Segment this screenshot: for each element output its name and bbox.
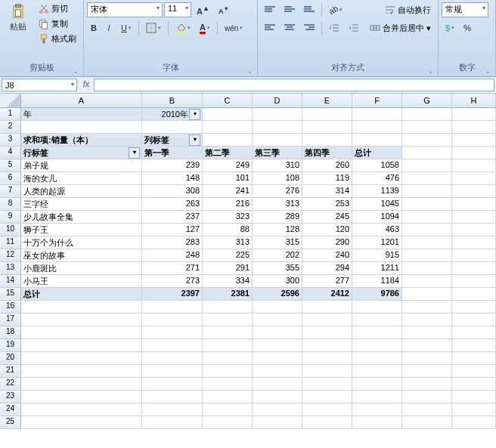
- cell[interactable]: [302, 378, 352, 391]
- cell[interactable]: [452, 326, 496, 339]
- cell[interactable]: [302, 416, 352, 429]
- cell[interactable]: [352, 301, 402, 314]
- italic-button[interactable]: I: [102, 20, 116, 36]
- cell[interactable]: [253, 352, 302, 365]
- cell[interactable]: 2381: [203, 288, 253, 301]
- row-header[interactable]: 17: [0, 314, 21, 326]
- cell[interactable]: 狮子王: [21, 224, 142, 236]
- cell[interactable]: [253, 326, 302, 339]
- cell[interactable]: [253, 121, 302, 134]
- cell[interactable]: 476: [352, 172, 402, 185]
- col-header[interactable]: H: [452, 94, 496, 107]
- row-header[interactable]: 11: [0, 236, 21, 249]
- cell[interactable]: [253, 314, 302, 326]
- cell[interactable]: [452, 416, 496, 429]
- align-middle-button[interactable]: [281, 2, 299, 17]
- cell[interactable]: 245: [302, 211, 352, 224]
- cell[interactable]: [203, 339, 253, 352]
- row-header[interactable]: 8: [0, 198, 21, 211]
- cell[interactable]: [452, 339, 496, 352]
- cell[interactable]: [203, 352, 253, 365]
- cell[interactable]: [203, 326, 253, 339]
- cell[interactable]: 308: [142, 185, 203, 198]
- row-header[interactable]: 19: [0, 339, 21, 352]
- merge-center-button[interactable]: 合并后居中▾: [366, 21, 435, 36]
- cell[interactable]: [302, 301, 352, 314]
- cell[interactable]: [302, 314, 352, 326]
- cell[interactable]: [352, 416, 402, 429]
- row-header[interactable]: 3: [0, 134, 21, 147]
- col-header[interactable]: F: [352, 94, 402, 107]
- cell[interactable]: [253, 301, 302, 314]
- cell[interactable]: 915: [352, 249, 402, 262]
- cell[interactable]: [402, 108, 452, 121]
- cell[interactable]: [253, 391, 302, 403]
- cell[interactable]: [302, 108, 352, 121]
- cell[interactable]: [21, 339, 142, 352]
- cell[interactable]: 334: [203, 275, 253, 288]
- cell[interactable]: [452, 275, 496, 288]
- cell[interactable]: 237: [142, 211, 203, 224]
- cell[interactable]: [203, 134, 253, 147]
- cell[interactable]: [21, 121, 142, 134]
- cell[interactable]: [452, 403, 496, 416]
- col-header[interactable]: G: [402, 94, 452, 107]
- cell[interactable]: [302, 121, 352, 134]
- increase-indent-button[interactable]: [345, 20, 363, 36]
- cell[interactable]: [402, 147, 452, 159]
- cell[interactable]: [203, 108, 253, 121]
- row-header[interactable]: 6: [0, 172, 21, 185]
- align-left-button[interactable]: [261, 20, 279, 36]
- cell[interactable]: [402, 314, 452, 326]
- cell[interactable]: [402, 275, 452, 288]
- cell[interactable]: [203, 301, 253, 314]
- row-header[interactable]: 16: [0, 301, 21, 314]
- cell[interactable]: [402, 134, 452, 147]
- cell[interactable]: [21, 314, 142, 326]
- cell[interactable]: [352, 134, 402, 147]
- cell[interactable]: 2397: [142, 288, 203, 301]
- phonetic-button[interactable]: wén▾: [221, 20, 246, 36]
- font-name-select[interactable]: 宋体: [87, 2, 163, 17]
- cell[interactable]: [142, 378, 203, 391]
- cell[interactable]: 253: [302, 198, 352, 211]
- currency-button[interactable]: $▾: [442, 20, 458, 36]
- cell[interactable]: 120: [302, 224, 352, 236]
- cell[interactable]: [352, 314, 402, 326]
- cell[interactable]: [203, 416, 253, 429]
- cell[interactable]: [302, 403, 352, 416]
- row-header[interactable]: 14: [0, 275, 21, 288]
- row-header[interactable]: 1: [0, 108, 21, 121]
- cell[interactable]: 第一季: [142, 147, 203, 159]
- cell[interactable]: 1211: [352, 262, 402, 275]
- row-header[interactable]: 21: [0, 365, 21, 378]
- cell[interactable]: [402, 172, 452, 185]
- cell[interactable]: [452, 249, 496, 262]
- cell[interactable]: 十万个为什么: [21, 236, 142, 249]
- cell[interactable]: [253, 378, 302, 391]
- cell[interactable]: [402, 365, 452, 378]
- cell[interactable]: 277: [302, 275, 352, 288]
- cell[interactable]: [253, 108, 302, 121]
- cell[interactable]: 128: [253, 224, 302, 236]
- cell[interactable]: 249: [203, 159, 253, 172]
- cell[interactable]: [142, 365, 203, 378]
- cell[interactable]: 2010年: [142, 108, 203, 121]
- cell[interactable]: [302, 326, 352, 339]
- cell[interactable]: 273: [142, 275, 203, 288]
- select-all-corner[interactable]: [0, 94, 21, 107]
- cell[interactable]: [21, 378, 142, 391]
- col-header[interactable]: D: [253, 94, 302, 107]
- cell[interactable]: [302, 339, 352, 352]
- cell[interactable]: 9786: [352, 288, 402, 301]
- cell[interactable]: [402, 288, 452, 301]
- cell[interactable]: [402, 416, 452, 429]
- cell[interactable]: 314: [302, 185, 352, 198]
- cell[interactable]: 88: [203, 224, 253, 236]
- row-header[interactable]: 20: [0, 352, 21, 365]
- row-header[interactable]: 18: [0, 326, 21, 339]
- cell[interactable]: [352, 339, 402, 352]
- cell[interactable]: 202: [253, 249, 302, 262]
- cell[interactable]: [452, 365, 496, 378]
- cell[interactable]: [452, 224, 496, 236]
